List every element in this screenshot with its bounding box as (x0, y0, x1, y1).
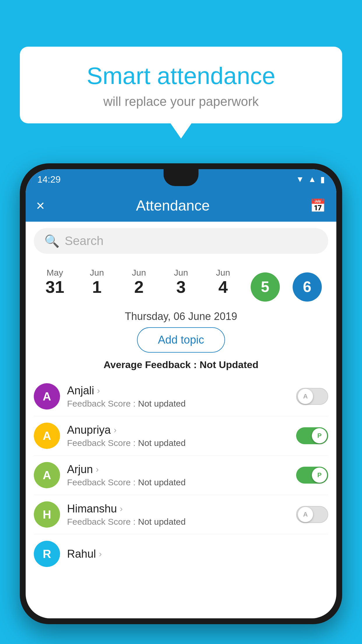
attendance-toggle-himanshu[interactable]: A (296, 506, 328, 523)
partial-student-row: R Rahul › (26, 534, 336, 567)
calendar-icon[interactable]: 📅 (310, 198, 326, 213)
student-list: A Anjali › Feedback Score : Not updated … (26, 377, 336, 534)
search-placeholder: Search (65, 234, 103, 248)
date-cell-jun2[interactable]: Jun 2 (118, 265, 160, 299)
attendance-toggle-arjun[interactable]: P (296, 467, 328, 484)
student-row: A Arjun › Feedback Score : Not updated P (34, 456, 328, 495)
student-name[interactable]: Anupriya › (67, 424, 289, 436)
student-info: Arjun › Feedback Score : Not updated (67, 463, 289, 487)
student-name[interactable]: Anjali › (67, 384, 289, 397)
student-info: Anjali › Feedback Score : Not updated (67, 384, 289, 409)
student-info: Anupriya › Feedback Score : Not updated (67, 424, 289, 448)
chevron-right-icon: › (97, 386, 100, 396)
app-bar: × Attendance 📅 (26, 190, 336, 222)
avatar: A (34, 423, 60, 449)
student-feedback: Feedback Score : Not updated (67, 477, 289, 487)
student-feedback: Feedback Score : Not updated (67, 517, 289, 527)
student-feedback: Feedback Score : Not updated (67, 399, 289, 409)
speech-bubble: Smart attendance will replace your paper… (20, 47, 342, 123)
student-name[interactable]: Himanshu › (67, 503, 289, 515)
attendance-toggle-anjali[interactable]: A (296, 388, 328, 405)
partial-student-info: Rahul › (67, 548, 328, 560)
student-row: H Himanshu › Feedback Score : Not update… (34, 495, 328, 534)
app-title: Attendance (36, 197, 310, 214)
avatar: R (34, 541, 60, 567)
chevron-right-icon: › (120, 504, 123, 514)
status-time: 14:29 (37, 174, 61, 185)
avatar: H (34, 501, 60, 528)
bubble-subtitle: will replace your paperwork (37, 94, 325, 109)
date-cell-jun1[interactable]: Jun 1 (76, 265, 118, 299)
chevron-right-icon: › (96, 464, 99, 474)
chevron-right-icon: › (114, 425, 117, 435)
student-info: Himanshu › Feedback Score : Not updated (67, 503, 289, 527)
student-feedback: Feedback Score : Not updated (67, 438, 289, 448)
phone-screen: 14:29 ▼ ▲ ▮ × Attendance 📅 🔍 Search May … (26, 169, 336, 618)
date-cell-jun5-today[interactable]: Jun 5 (244, 260, 286, 304)
attendance-toggle-anupriya[interactable]: P (296, 427, 328, 444)
signal-icon: ▲ (308, 175, 316, 184)
notch (164, 169, 198, 186)
date-cell-jun3[interactable]: Jun 3 (160, 265, 202, 299)
date-cell-jun6-selected[interactable]: Jun 6 (286, 260, 328, 304)
search-bar[interactable]: 🔍 Search (34, 228, 328, 254)
add-topic-button[interactable]: Add topic (137, 327, 225, 353)
phone-frame: 14:29 ▼ ▲ ▮ × Attendance 📅 🔍 Search May … (20, 163, 342, 624)
bubble-title: Smart attendance (37, 63, 325, 89)
student-row: A Anjali › Feedback Score : Not updated … (34, 377, 328, 416)
student-name[interactable]: Arjun › (67, 463, 289, 476)
date-cell-jun4[interactable]: Jun 4 (202, 265, 244, 299)
student-row: A Anupriya › Feedback Score : Not update… (34, 416, 328, 456)
student-name[interactable]: Rahul › (67, 548, 328, 560)
date-strip: May 31 Jun 1 Jun 2 Jun 3 (26, 260, 336, 304)
selected-date-label: Thursday, 06 June 2019 (26, 310, 336, 323)
search-icon: 🔍 (44, 234, 59, 248)
chevron-right-icon: › (99, 549, 102, 559)
status-icons: ▼ ▲ ▮ (296, 175, 325, 184)
avatar: A (34, 383, 60, 410)
avg-feedback-prefix: Average Feedback : (103, 359, 199, 370)
battery-icon: ▮ (320, 175, 325, 184)
avatar: A (34, 462, 60, 488)
avg-feedback: Average Feedback : Not Updated (26, 359, 336, 370)
wifi-icon: ▼ (296, 175, 304, 184)
avg-feedback-value: Not Updated (200, 359, 259, 370)
date-cell-may31[interactable]: May 31 (34, 265, 76, 299)
status-bar: 14:29 ▼ ▲ ▮ (26, 169, 336, 190)
